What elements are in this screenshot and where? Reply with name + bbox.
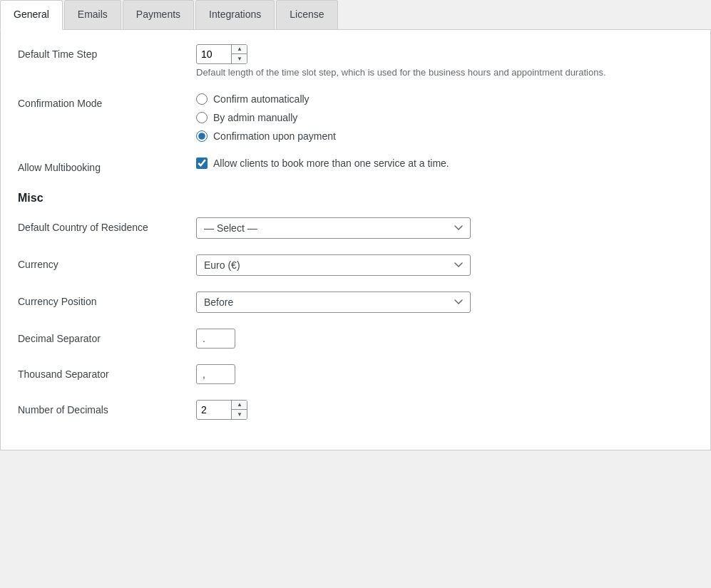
allow-multibooking-row: Allow Multibooking Allow clients to book… (18, 158, 693, 173)
thousand-separator-control (196, 364, 693, 384)
default-country-label: Default Country of Residence (18, 217, 196, 233)
currency-position-control: Before After (196, 292, 693, 313)
radio-confirm-manual-label: By admin manually (213, 112, 297, 123)
radio-confirm-manual-input[interactable] (196, 112, 208, 123)
default-time-step-label: Default Time Step (18, 44, 196, 60)
default-time-step-wrapper: ▲ ▼ (196, 44, 247, 64)
spinner-up-button[interactable]: ▲ (232, 45, 247, 54)
default-time-step-control: ▲ ▼ Default length of the time slot step… (196, 44, 693, 78)
default-time-step-input[interactable] (197, 46, 231, 63)
misc-heading: Misc (18, 189, 693, 205)
default-country-control: — Select — (196, 217, 693, 239)
confirmation-mode-label: Confirmation Mode (18, 93, 196, 109)
tab-payments[interactable]: Payments (123, 0, 194, 29)
tab-general[interactable]: General (0, 0, 63, 30)
decimals-spinner-down-button[interactable]: ▼ (232, 410, 247, 419)
decimal-separator-control (196, 329, 693, 349)
number-of-decimals-row: Number of Decimals ▲ ▼ (18, 400, 693, 420)
tab-integrations[interactable]: Integrations (195, 0, 275, 29)
confirmation-mode-control: Confirm automatically By admin manually … (196, 93, 693, 142)
thousand-separator-row: Thousand Separator (18, 364, 693, 384)
currency-select[interactable]: Euro (€) US Dollar ($) British Pound (£) (196, 254, 471, 276)
default-country-row: Default Country of Residence — Select — (18, 217, 693, 239)
tabs-container: General Emails Payments Integrations Lic… (0, 0, 711, 30)
tab-license[interactable]: License (276, 0, 337, 29)
currency-row: Currency Euro (€) US Dollar ($) British … (18, 254, 693, 276)
spinner-down-button[interactable]: ▼ (232, 54, 247, 63)
confirmation-mode-radio-group: Confirm automatically By admin manually … (196, 93, 693, 142)
currency-control: Euro (€) US Dollar ($) British Pound (£) (196, 254, 693, 276)
radio-confirm-payment-label: Confirmation upon payment (213, 130, 336, 142)
default-time-step-row: Default Time Step ▲ ▼ Default length of … (18, 44, 693, 78)
default-time-step-description: Default length of the time slot step, wh… (196, 67, 693, 78)
radio-confirm-auto-input[interactable] (196, 93, 208, 105)
decimal-separator-label: Decimal Separator (18, 329, 196, 344)
allow-multibooking-input[interactable] (196, 158, 208, 169)
radio-confirm-auto[interactable]: Confirm automatically (196, 93, 693, 105)
radio-confirm-manual[interactable]: By admin manually (196, 112, 693, 123)
currency-position-label: Currency Position (18, 292, 196, 307)
decimal-separator-input[interactable] (196, 329, 235, 349)
currency-label: Currency (18, 254, 196, 270)
number-of-decimals-control: ▲ ▼ (196, 400, 693, 420)
allow-multibooking-label: Allow Multibooking (18, 158, 196, 173)
page-container: General Emails Payments Integrations Lic… (0, 0, 711, 588)
radio-confirm-payment[interactable]: Confirmation upon payment (196, 130, 693, 142)
thousand-separator-label: Thousand Separator (18, 364, 196, 380)
allow-multibooking-control: Allow clients to book more than one serv… (196, 158, 693, 169)
radio-confirm-auto-label: Confirm automatically (213, 93, 310, 105)
tab-emails[interactable]: Emails (64, 0, 121, 29)
number-of-decimals-spinners: ▲ ▼ (231, 401, 247, 419)
number-of-decimals-input[interactable] (197, 401, 231, 418)
thousand-separator-input[interactable] (196, 364, 235, 384)
default-country-select[interactable]: — Select — (196, 217, 471, 239)
content-area: Default Time Step ▲ ▼ Default length of … (0, 30, 711, 450)
confirmation-mode-row: Confirmation Mode Confirm automatically … (18, 93, 693, 142)
currency-position-row: Currency Position Before After (18, 292, 693, 313)
decimals-spinner-up-button[interactable]: ▲ (232, 401, 247, 410)
allow-multibooking-checkbox-item[interactable]: Allow clients to book more than one serv… (196, 158, 693, 169)
radio-confirm-payment-input[interactable] (196, 130, 208, 142)
number-of-decimals-wrapper: ▲ ▼ (196, 400, 247, 420)
number-of-decimals-label: Number of Decimals (18, 400, 196, 416)
allow-multibooking-description: Allow clients to book more than one serv… (213, 158, 449, 169)
currency-position-select[interactable]: Before After (196, 292, 471, 313)
spinner-buttons: ▲ ▼ (231, 45, 247, 63)
decimal-separator-row: Decimal Separator (18, 329, 693, 349)
